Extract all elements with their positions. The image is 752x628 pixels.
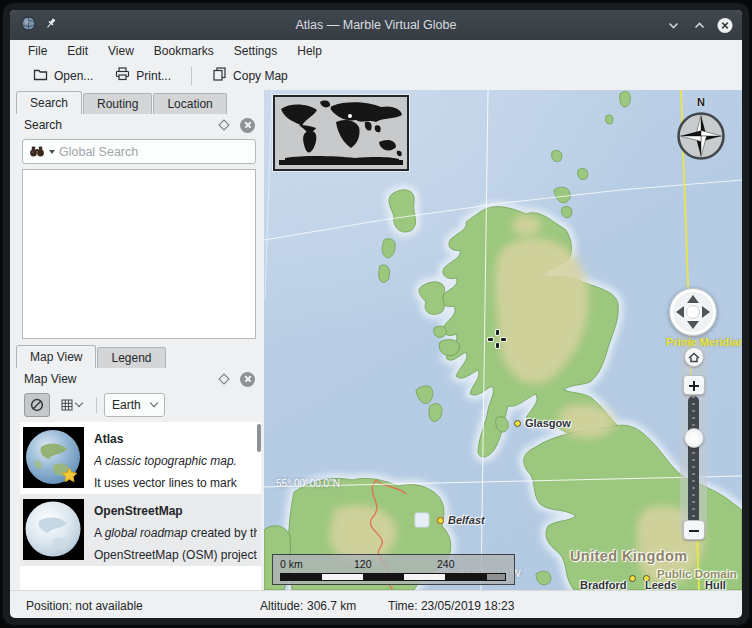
scale-bar: 0 km 120 240: [272, 554, 515, 585]
overview-map[interactable]: [273, 95, 409, 171]
overview-position-dot: [348, 114, 352, 118]
zoom-in-button[interactable]: [683, 375, 705, 395]
theme-item-openstreetmap[interactable]: OpenStreetMap A global roadmap created b…: [20, 494, 261, 566]
atlas-thumbnail: [23, 427, 84, 488]
close-panel-icon[interactable]: [240, 118, 255, 133]
map-theme-list: Atlas A classic topographic map. It uses…: [20, 422, 261, 590]
status-altitude-value: 306.7 km: [307, 599, 356, 613]
chevron-down-icon: [74, 399, 82, 407]
theme-description: A classic topographic map.: [94, 454, 237, 468]
window-title: Atlas — Marble Virtual Globe: [10, 18, 742, 32]
pan-center-button[interactable]: [686, 305, 700, 319]
globe-projection-button[interactable]: [24, 393, 50, 417]
tab-legend[interactable]: Legend: [97, 347, 165, 368]
chevron-down-icon: [149, 399, 157, 407]
search-results-list[interactable]: [22, 169, 256, 339]
osm-thumbnail: [23, 499, 84, 560]
zoom-slider-track[interactable]: [688, 396, 699, 524]
tab-map-view[interactable]: Map View: [16, 345, 96, 368]
theme-list-scrollbar[interactable]: [257, 424, 261, 452]
pan-down-arrow-icon[interactable]: [687, 321, 699, 329]
toolbar-separator: [191, 67, 192, 85]
map-view-controls: Earth: [24, 391, 256, 418]
prime-meridian-label: Prime Meridian: [666, 336, 742, 348]
theme-description: A global roadmap created by the: [94, 526, 257, 540]
binoculars-icon: [29, 143, 45, 161]
menu-edit[interactable]: Edit: [57, 42, 98, 60]
dock-bottom-tabs: Map View Legend: [14, 344, 264, 368]
printer-icon: [115, 67, 130, 84]
compass-north-label: N: [675, 96, 727, 108]
map-canvas[interactable]: 55° 00' 00.0"N 5° 00' 00.0"W Glasgow Bel…: [264, 90, 742, 590]
menubar: File Edit View Bookmarks Settings Help: [10, 40, 742, 61]
close-icon[interactable]: [717, 17, 733, 33]
status-time: Time: 23/05/2019 18:23: [388, 599, 514, 613]
scale-label-0: 0 km: [280, 558, 303, 570]
zoom-slider-handle[interactable]: [684, 428, 704, 448]
celestial-body-select[interactable]: Earth: [104, 393, 165, 417]
float-panel-icon[interactable]: [218, 373, 229, 384]
menu-bookmarks[interactable]: Bookmarks: [144, 42, 224, 60]
theme-description-2: It uses vector lines to mark: [94, 476, 237, 490]
scale-label-120: 120: [354, 558, 372, 570]
app-icon[interactable]: [21, 16, 36, 35]
home-button[interactable]: [684, 347, 704, 367]
open-button[interactable]: Open...: [24, 65, 102, 87]
close-panel-icon[interactable]: [240, 372, 255, 387]
copy-map-label: Copy Map: [233, 69, 288, 83]
titlebar[interactable]: Atlas — Marble Virtual Globe: [10, 10, 742, 40]
theme-name: OpenStreetMap: [94, 504, 257, 518]
celestial-list-button[interactable]: [53, 393, 89, 417]
map-view-panel-header: Map View: [14, 368, 264, 390]
search-source-chevron-icon[interactable]: [49, 150, 55, 154]
search-placeholder: Global Search: [59, 145, 138, 159]
tab-search[interactable]: Search: [16, 91, 82, 114]
pan-left-arrow-icon[interactable]: [676, 306, 684, 318]
menu-settings[interactable]: Settings: [224, 42, 287, 60]
window-frame: Atlas — Marble Virtual Globe File Edit V…: [3, 3, 749, 625]
country-label: United Kingdom: [570, 548, 688, 564]
theme-name: Atlas: [94, 432, 237, 446]
theme-item-atlas[interactable]: Atlas A classic topographic map. It uses…: [20, 422, 261, 494]
search-panel-header: Search: [14, 114, 264, 136]
float-panel-icon[interactable]: [218, 119, 229, 130]
dock-top-tabs: Search Routing Location: [14, 90, 264, 114]
zoom-out-button[interactable]: [683, 520, 705, 540]
city-marker-belfast: [437, 517, 444, 524]
city-label-hull: Hull: [705, 579, 726, 590]
print-label: Print...: [136, 69, 171, 83]
pin-icon[interactable]: [45, 16, 58, 34]
world-silhouette: [275, 97, 407, 169]
map-view-panel-title: Map View: [24, 372, 220, 386]
menu-view[interactable]: View: [98, 42, 144, 60]
search-input[interactable]: Global Search: [22, 139, 256, 164]
city-label-bradford: Bradford: [580, 579, 626, 590]
celestial-body-value: Earth: [112, 398, 141, 412]
menu-file[interactable]: File: [18, 42, 57, 60]
latitude-label: 55° 00' 00.0"N: [276, 478, 340, 489]
status-altitude-label: Altitude:: [260, 599, 303, 613]
maximize-icon[interactable]: [691, 17, 707, 33]
pan-up-arrow-icon[interactable]: [687, 295, 699, 303]
compass-rose[interactable]: [675, 110, 727, 162]
scale-label-240: 240: [437, 558, 455, 570]
theme-description-2: OpenStreetMap (OSM) project.: [94, 548, 257, 562]
pan-right-arrow-icon[interactable]: [702, 306, 710, 318]
tab-location[interactable]: Location: [153, 93, 226, 114]
search-panel-title: Search: [24, 118, 220, 132]
left-dock: Search Routing Location Search Global Se…: [10, 90, 264, 590]
copy-map-button[interactable]: Copy Map: [203, 64, 297, 87]
toolbar: Open... Print... Copy Map: [10, 61, 742, 90]
scale-bar-stripes: [280, 573, 506, 581]
status-position: Position: not available: [26, 599, 143, 613]
menu-help[interactable]: Help: [287, 42, 332, 60]
print-button[interactable]: Print...: [106, 64, 180, 87]
attribution-label: Public Domain: [657, 568, 737, 580]
tab-routing[interactable]: Routing: [83, 93, 152, 114]
controls-separator: [96, 397, 97, 413]
pan-control[interactable]: [669, 288, 717, 336]
folder-icon: [33, 68, 48, 84]
application-window: Atlas — Marble Virtual Globe File Edit V…: [10, 10, 742, 618]
minimize-icon[interactable]: [665, 17, 681, 33]
city-marker-bradford: [629, 575, 636, 582]
